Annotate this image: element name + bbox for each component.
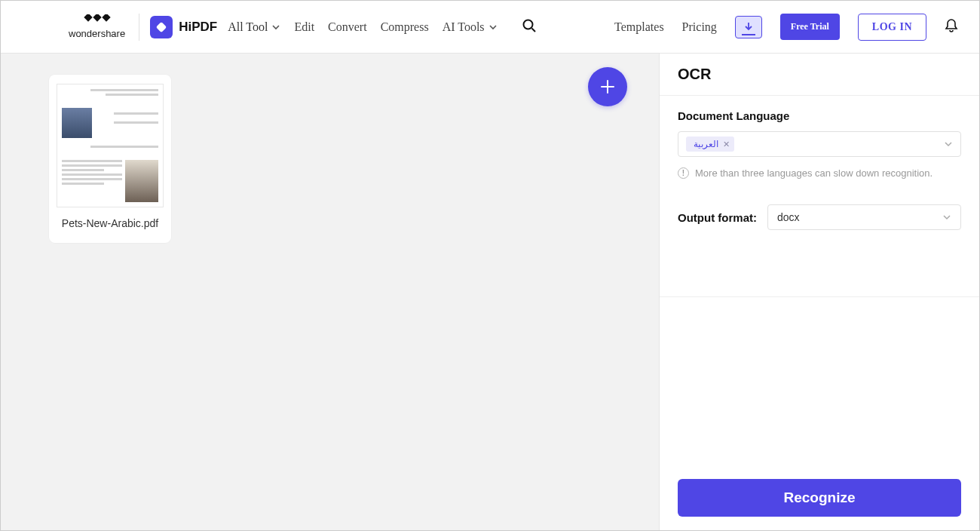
output-format-select[interactable]: docx [767,204,961,230]
remove-tag-icon[interactable]: ✕ [723,140,730,149]
svg-line-5 [531,28,535,32]
chevron-down-icon [942,213,951,222]
recognize-button[interactable]: Recognize [678,479,961,517]
chevron-down-icon [488,23,498,32]
hipdf-text: HiPDF [179,20,217,35]
notifications-icon[interactable] [945,18,958,36]
wondershare-text: wondershare [69,28,125,39]
search-icon[interactable] [522,18,537,36]
plus-icon [599,78,616,95]
language-tag: العربية ✕ [686,137,734,152]
nav-templates[interactable]: Templates [614,20,664,34]
file-thumbnail [57,84,164,207]
download-button[interactable] [735,16,762,38]
hipdf-icon [150,16,173,38]
svg-rect-1 [93,14,101,22]
free-trial-button[interactable]: Free Trial [780,14,840,40]
file-canvas: Pets-New-Arabic.pdf [1,54,659,531]
file-name: Pets-New-Arabic.pdf [57,216,164,231]
svg-rect-2 [102,14,110,22]
language-label: Document Language [678,109,961,122]
thumb-image-1 [62,108,92,138]
hipdf-logo[interactable]: HiPDF [150,16,217,38]
file-card[interactable]: Pets-New-Arabic.pdf [49,75,171,243]
language-hint: ! More than three languages can slow dow… [678,167,961,179]
ocr-panel: OCR Document Language العربية ✕ ! More t… [659,54,979,531]
divider [139,14,139,41]
output-value: docx [777,211,800,223]
language-select[interactable]: العربية ✕ [678,131,961,157]
chevron-down-icon [944,140,953,149]
wondershare-mark-icon [84,14,111,26]
nav-edit[interactable]: Edit [294,20,314,34]
login-button[interactable]: LOG IN [858,14,926,41]
nav-all-tool-label: All Tool [228,20,268,34]
thumb-image-2 [125,160,158,202]
nav-ai-tools[interactable]: AI Tools [443,20,498,34]
svg-point-4 [523,20,532,29]
nav-ai-tools-label: AI Tools [443,20,485,34]
nav-convert[interactable]: Convert [328,20,367,34]
wondershare-logo[interactable]: wondershare [69,14,125,39]
svg-rect-3 [156,21,167,32]
output-label: Output format: [678,211,757,224]
svg-rect-0 [84,14,92,22]
add-file-button[interactable] [588,67,627,106]
download-icon [743,22,754,32]
panel-title: OCR [660,54,979,96]
info-icon: ! [678,167,689,179]
nav-pricing[interactable]: Pricing [682,20,717,34]
nav-compress[interactable]: Compress [381,20,429,34]
nav-all-tool[interactable]: All Tool [228,20,280,34]
language-tag-text: العربية [694,139,718,149]
chevron-down-icon [271,23,280,32]
hint-text: More than three languages can slow down … [695,167,933,179]
